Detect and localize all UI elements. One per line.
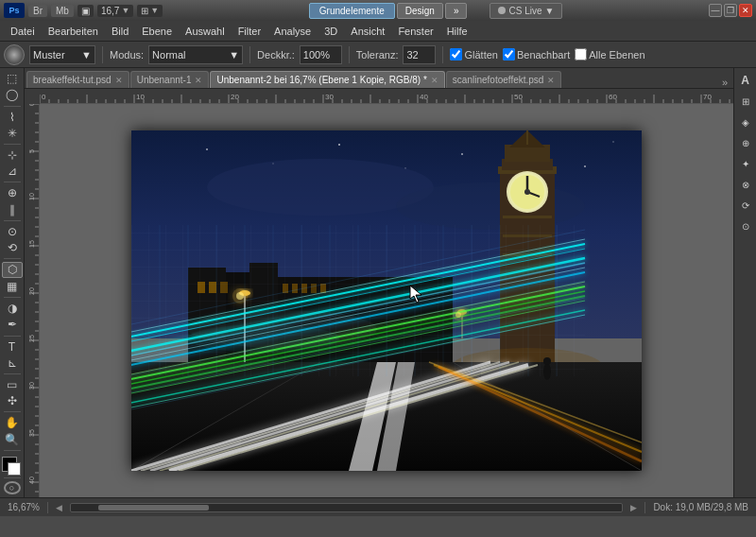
svg-point-8 [612,141,614,143]
ruler-h-canvas [40,89,733,104]
benachbart-checkbox-label[interactable]: Benachbart [503,48,570,61]
view-selector[interactable]: ⊞ ▼ [137,5,163,17]
brush-preview[interactable] [4,44,25,65]
canvas-selector[interactable]: ▣ [77,5,94,17]
tool-marquee-ellipse[interactable]: ◯ [2,87,23,102]
alle-ebenen-checkbox[interactable] [575,48,587,61]
tab-scanline[interactable]: scanlinefotoeffekt.psd ✕ [446,71,562,88]
menu-3d[interactable]: 3D [318,24,344,39]
tab-close-breakeffekt[interactable]: ✕ [115,76,123,85]
workspace-overflow[interactable]: » [445,3,468,19]
menu-datei[interactable]: Datei [4,24,42,39]
tool-clone[interactable]: ⊙ [2,224,23,239]
tool-hand[interactable]: ✋ [2,415,23,430]
tool-gradient[interactable]: ▦ [2,279,23,294]
glatten-checkbox-label[interactable]: Glätten [450,48,497,61]
tool-dropdown[interactable]: Muster ▼ [29,45,95,64]
zoom-arrow: ▼ [121,6,129,15]
deckkr-input[interactable] [300,45,342,64]
tool-shape[interactable]: ▭ [2,377,23,392]
close-button[interactable]: ✕ [739,4,752,17]
tool-move[interactable]: ✣ [2,393,23,408]
tool-zoom[interactable]: 🔍 [2,432,23,447]
scroll-left[interactable]: ◀ [56,503,62,512]
svg-point-95 [543,357,551,365]
alle-ebenen-checkbox-label[interactable]: Alle Ebenen [575,48,644,61]
rpanel-btn1[interactable]: ⊞ [736,92,755,111]
benachbart-checkbox[interactable] [503,48,515,61]
workspace-design[interactable]: Design [397,3,443,19]
opt-sep-4 [442,46,443,63]
minimize-button[interactable]: — [709,4,722,17]
tab-overflow[interactable]: » [718,77,731,88]
menu-filter[interactable]: Filter [232,24,267,39]
br-badge[interactable]: Br [28,5,47,17]
tool-sep-10 [4,450,21,451]
tool-text[interactable]: T [2,338,23,354]
tool-dodge[interactable]: ◑ [2,301,23,316]
tool-quick-mask[interactable]: ○ [4,481,21,494]
glatten-checkbox[interactable] [450,48,462,61]
horizontal-scrollbar[interactable] [70,503,623,512]
tool-brush[interactable]: ∥ [2,202,23,217]
rpanel-btn5[interactable]: ⊗ [736,175,755,194]
tool-lasso[interactable]: ⌇ [2,109,23,124]
tab-unbenannt1[interactable]: Unbenannt-1 ✕ [130,71,210,88]
left-toolbar: ⬚ ◯ ⌇ ✳ ⊹ ⊿ ⊕ ∥ ⊙ ⟲ ⬡ ▦ ◑ ✒ T ⊾ ▭ ✣ ✋ 🔍 [0,68,25,497]
maximize-button[interactable]: ❐ [724,4,737,17]
tab-close-unbenannt1[interactable]: ✕ [195,76,202,85]
mb-badge[interactable]: Mb [51,5,74,17]
status-sep-1 [47,502,48,513]
menu-analyse[interactable]: Analyse [267,24,318,39]
rpanel-text[interactable]: A [736,71,755,90]
tool-marquee-rect[interactable]: ⬚ [2,71,23,86]
modus-dropdown[interactable]: Normal ▼ [148,45,243,64]
tool-eyedropper[interactable]: ⊿ [2,164,23,179]
titlebar-center: Grundelemente Design » CS Live ▼ [309,3,563,19]
rpanel-btn6[interactable]: ⟳ [736,196,755,215]
background-color[interactable] [8,462,21,476]
tool-eraser[interactable]: ⬡ [2,262,23,278]
view-arrow: ▼ [150,6,159,15]
tool-spot-heal[interactable]: ⊕ [2,185,23,200]
zoom-display[interactable]: 16,7 ▼ [97,5,133,17]
menu-hilfe[interactable]: Hilfe [440,24,474,39]
tool-crop[interactable]: ⊹ [2,147,23,163]
tab-close-unbenannt2[interactable]: ✕ [431,76,438,85]
tool-history-brush[interactable]: ⟲ [2,240,23,255]
workspace-grundelemente[interactable]: Grundelemente [309,3,395,19]
tool-sep-4 [4,220,21,221]
tool-sep-9 [4,411,21,412]
menu-ebene[interactable]: Ebene [135,24,179,39]
tab-close-scanline[interactable]: ✕ [547,76,555,85]
photoshop-canvas[interactable] [131,130,642,471]
menu-ansicht[interactable]: Ansicht [344,24,391,39]
canvas-viewport[interactable] [40,104,733,497]
tab-unbenannt2[interactable]: Unbenannt-2 bei 16,7% (Ebene 1 Kopie, RG… [210,71,444,88]
tab-breakeffekt[interactable]: breakeffekt-tut.psd ✕ [26,71,129,88]
menu-fenster[interactable]: Fenster [391,24,439,39]
toleranz-input[interactable] [403,45,436,64]
rpanel-btn7[interactable]: ⊙ [736,217,755,235]
rpanel-btn4[interactable]: ✦ [736,154,755,173]
menu-bearbeiten[interactable]: Bearbeiten [42,24,105,39]
menubar: Datei Bearbeiten Bild Ebene Auswahl Filt… [0,21,756,42]
cs-live-button[interactable]: CS Live ▼ [490,3,562,19]
ruler-v-canvas [25,104,40,497]
ruler-corner [25,89,40,104]
menu-bild[interactable]: Bild [105,24,135,39]
color-swatches[interactable] [2,457,23,472]
svg-point-1 [206,148,208,150]
titlebar: Ps Br Mb ▣ 16,7 ▼ ⊞ ▼ Grundelemente Desi… [0,0,756,21]
tool-magic-wand[interactable]: ✳ [2,126,23,141]
rpanel-btn2[interactable]: ◈ [736,113,755,131]
scrollbar-thumb[interactable] [98,505,209,511]
menu-auswahl[interactable]: Auswahl [179,24,232,39]
tool-path-select[interactable]: ⊾ [2,355,23,371]
rpanel-btn3[interactable]: ⊕ [736,133,755,152]
scroll-right[interactable]: ▶ [630,503,637,512]
tool-pen[interactable]: ✒ [2,317,23,332]
modus-label: Modus: [110,49,144,61]
canvas-area: breakeffekt-tut.psd ✕ Unbenannt-1 ✕ Unbe… [25,68,733,497]
svg-point-5 [461,153,463,155]
